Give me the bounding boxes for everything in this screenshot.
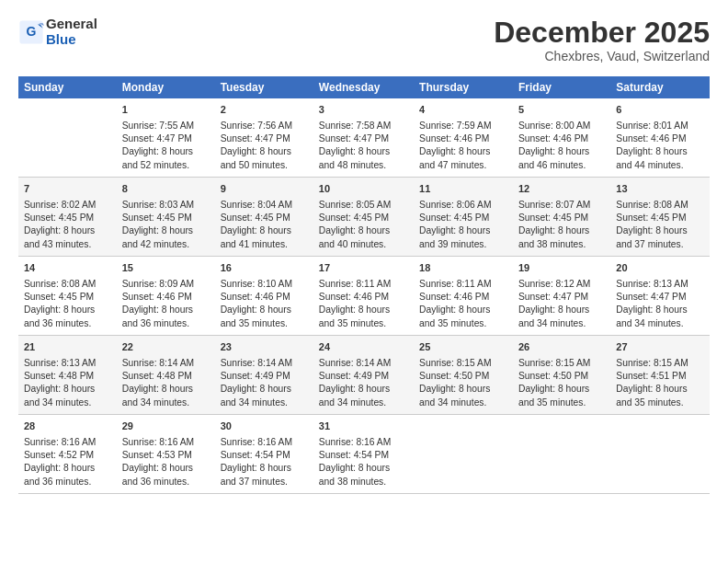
- weekday-header-friday: Friday: [513, 76, 610, 98]
- day-info: Daylight: 8 hours: [122, 304, 210, 316]
- day-number: 30: [221, 419, 308, 433]
- day-info: Sunrise: 8:07 AM: [518, 199, 605, 212]
- day-info: Sunrise: 8:08 AM: [24, 278, 111, 291]
- day-info: and 35 minutes.: [419, 317, 507, 330]
- day-info: Sunrise: 8:06 AM: [419, 199, 507, 212]
- day-number: 24: [319, 340, 408, 354]
- day-info: Daylight: 8 hours: [319, 145, 408, 158]
- day-info: Daylight: 8 hours: [518, 145, 605, 158]
- day-info: Sunrise: 8:11 AM: [419, 278, 507, 291]
- day-info: Sunrise: 8:04 AM: [221, 199, 308, 212]
- day-info: Sunset: 4:45 PM: [24, 212, 111, 224]
- header: G General Blue December 2025 Chexbres, V…: [18, 17, 710, 63]
- day-info: Daylight: 8 hours: [518, 224, 605, 237]
- day-info: Daylight: 8 hours: [221, 224, 308, 237]
- day-info: Daylight: 8 hours: [616, 224, 704, 237]
- calendar-cell: 13Sunrise: 8:08 AMSunset: 4:45 PMDayligh…: [610, 178, 710, 257]
- calendar-cell: 7Sunrise: 8:02 AMSunset: 4:45 PMDaylight…: [18, 178, 117, 257]
- day-info: Sunset: 4:50 PM: [419, 370, 507, 383]
- calendar-cell: 28Sunrise: 8:16 AMSunset: 4:52 PMDayligh…: [18, 415, 117, 494]
- day-info: Sunset: 4:47 PM: [319, 132, 408, 145]
- calendar-cell: 29Sunrise: 8:16 AMSunset: 4:53 PMDayligh…: [117, 415, 215, 494]
- day-info: Daylight: 8 hours: [419, 145, 507, 158]
- calendar-cell: 16Sunrise: 8:10 AMSunset: 4:46 PMDayligh…: [215, 257, 313, 336]
- day-info: Sunrise: 8:14 AM: [122, 357, 210, 370]
- day-info: Daylight: 8 hours: [616, 145, 704, 158]
- day-info: Sunrise: 8:03 AM: [122, 199, 210, 212]
- day-info: Sunrise: 8:16 AM: [24, 436, 111, 449]
- day-info: Sunrise: 8:11 AM: [319, 278, 408, 291]
- calendar-cell: 26Sunrise: 8:15 AMSunset: 4:50 PMDayligh…: [513, 336, 610, 415]
- day-info: Daylight: 8 hours: [319, 224, 408, 237]
- day-info: Sunset: 4:54 PM: [319, 449, 408, 462]
- week-row-5: 28Sunrise: 8:16 AMSunset: 4:52 PMDayligh…: [18, 415, 710, 494]
- day-info: Sunset: 4:48 PM: [24, 370, 111, 383]
- logo-general: General: [46, 16, 97, 31]
- day-info: Sunrise: 7:59 AM: [419, 120, 507, 132]
- day-info: and 35 minutes.: [616, 396, 704, 409]
- day-number: 10: [319, 182, 408, 196]
- day-info: Sunrise: 8:14 AM: [319, 357, 408, 370]
- day-info: and 34 minutes.: [122, 396, 210, 409]
- day-info: Sunset: 4:45 PM: [616, 212, 704, 224]
- day-info: and 40 minutes.: [319, 238, 408, 251]
- day-number: 14: [24, 261, 111, 275]
- weekday-header-sunday: Sunday: [18, 76, 117, 98]
- day-info: and 39 minutes.: [419, 238, 507, 251]
- calendar-cell: [18, 98, 117, 178]
- calendar-cell: 27Sunrise: 8:15 AMSunset: 4:51 PMDayligh…: [610, 336, 710, 415]
- day-info: Sunrise: 8:13 AM: [24, 357, 111, 370]
- day-info: Sunset: 4:45 PM: [122, 212, 210, 224]
- calendar-cell: [414, 415, 513, 494]
- calendar-cell: 19Sunrise: 8:12 AMSunset: 4:47 PMDayligh…: [513, 257, 610, 336]
- day-number: 6: [616, 103, 704, 117]
- logo-icon: G: [18, 19, 44, 45]
- calendar-cell: 18Sunrise: 8:11 AMSunset: 4:46 PMDayligh…: [414, 257, 513, 336]
- day-number: 1: [122, 103, 210, 117]
- day-info: Sunset: 4:49 PM: [319, 370, 408, 383]
- day-info: and 46 minutes.: [518, 159, 605, 172]
- calendar-cell: [610, 415, 710, 494]
- day-number: 20: [616, 261, 704, 275]
- day-info: Sunrise: 8:09 AM: [122, 278, 210, 291]
- day-info: and 34 minutes.: [221, 396, 308, 409]
- day-number: 22: [122, 340, 210, 354]
- day-info: Sunset: 4:48 PM: [122, 370, 210, 383]
- weekday-header-monday: Monday: [117, 76, 215, 98]
- day-info: Daylight: 8 hours: [221, 304, 308, 316]
- day-info: and 37 minutes.: [616, 238, 704, 251]
- day-number: 13: [616, 182, 704, 196]
- day-info: Sunrise: 8:00 AM: [518, 120, 605, 132]
- day-info: Daylight: 8 hours: [24, 224, 111, 237]
- calendar-cell: 31Sunrise: 8:16 AMSunset: 4:54 PMDayligh…: [313, 415, 414, 494]
- day-info: Daylight: 8 hours: [419, 304, 507, 316]
- day-number: 29: [122, 419, 210, 433]
- day-info: Sunrise: 8:12 AM: [518, 278, 605, 291]
- day-info: Daylight: 8 hours: [518, 383, 605, 396]
- calendar-cell: 25Sunrise: 8:15 AMSunset: 4:50 PMDayligh…: [414, 336, 513, 415]
- day-info: Sunset: 4:45 PM: [419, 212, 507, 224]
- day-info: Daylight: 8 hours: [122, 145, 210, 158]
- calendar-cell: [513, 415, 610, 494]
- day-info: and 35 minutes.: [221, 317, 308, 330]
- day-info: Sunset: 4:52 PM: [24, 449, 111, 462]
- day-info: Daylight: 8 hours: [319, 304, 408, 316]
- day-info: Sunrise: 8:01 AM: [616, 120, 704, 132]
- day-info: Sunrise: 8:13 AM: [616, 278, 704, 291]
- day-number: 26: [518, 340, 605, 354]
- day-info: Sunrise: 8:15 AM: [518, 357, 605, 370]
- day-info: Daylight: 8 hours: [319, 383, 408, 396]
- day-info: and 38 minutes.: [518, 238, 605, 251]
- calendar-cell: 11Sunrise: 8:06 AMSunset: 4:45 PMDayligh…: [414, 178, 513, 257]
- day-info: Sunrise: 8:16 AM: [122, 436, 210, 449]
- day-info: and 34 minutes.: [616, 317, 704, 330]
- day-info: and 43 minutes.: [24, 238, 111, 251]
- day-info: and 48 minutes.: [319, 159, 408, 172]
- calendar-cell: 21Sunrise: 8:13 AMSunset: 4:48 PMDayligh…: [18, 336, 117, 415]
- day-info: and 42 minutes.: [122, 238, 210, 251]
- day-number: 21: [24, 340, 111, 354]
- day-info: Daylight: 8 hours: [518, 304, 605, 316]
- day-info: Daylight: 8 hours: [419, 383, 507, 396]
- day-info: Daylight: 8 hours: [221, 383, 308, 396]
- calendar-cell: 9Sunrise: 8:04 AMSunset: 4:45 PMDaylight…: [215, 178, 313, 257]
